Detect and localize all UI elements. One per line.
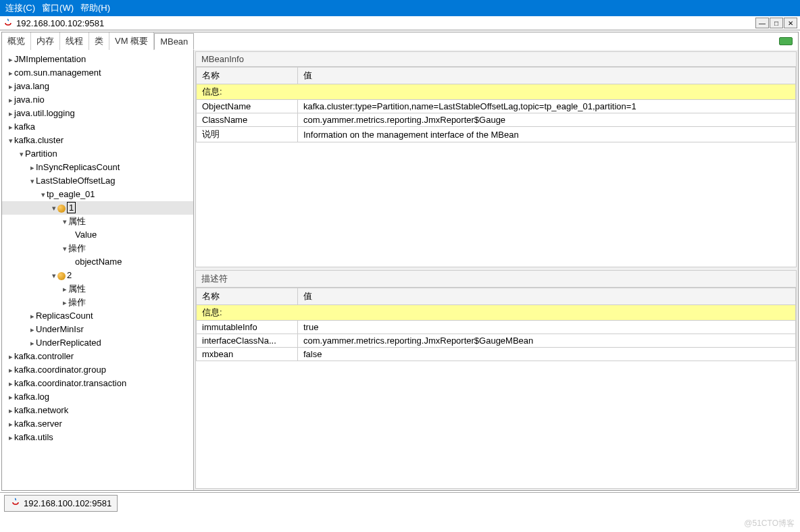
menu-connect[interactable]: 连接(C) [5,2,35,14]
tree-item[interactable]: ▸kafka.network [2,404,193,417]
connection-status-icon [779,37,793,45]
table-row[interactable]: immutableInfotrue [197,321,796,334]
mbeaninfo-panel: MBeanInfo 名称值 信息: ObjectNamekafka.cluste… [195,51,797,267]
descriptor-title: 描述符 [196,271,796,288]
tree-item[interactable]: ▸InSyncReplicasCount [2,161,193,174]
main-split: ▸JMImplementation ▸com.sun.management ▸j… [2,50,798,490]
tree-item[interactable]: ▸java.nio [2,93,193,107]
col-name[interactable]: 名称 [197,68,298,84]
menu-bar: 连接(C) 窗口(W) 帮助(H) [0,0,800,16]
table-row[interactable]: interfaceClassNa...com.yammer.metrics.re… [197,334,796,348]
tree-item[interactable]: ▸java.util.logging [2,107,193,120]
tree-item[interactable]: ▸kafka.server [2,417,193,431]
mbeaninfo-title: MBeanInfo [196,52,796,67]
table-row[interactable]: ObjectNamekafka.cluster:type=Partition,n… [197,100,796,113]
menu-help[interactable]: 帮助(H) [80,2,110,14]
tree-item[interactable]: ▸java.lang [2,80,193,93]
tree-item[interactable]: Value [2,228,193,242]
descriptor-panel: 描述符 名称值 信息: immutableInfotrue interfaceC… [195,270,797,489]
tab-classes[interactable]: 类 [89,32,109,50]
table-row[interactable]: ClassNamecom.yammer.metrics.reporting.Jm… [197,113,796,127]
maximize-button[interactable]: □ [770,18,783,28]
tab-row: 概览 内存 线程 类 VM 概要 MBean [2,32,798,50]
menu-window[interactable]: 窗口(W) [42,2,74,14]
watermark: @51CTO博客 [744,518,795,529]
status-tab[interactable]: 192.168.100.102:9581 [4,495,118,512]
content-area: 概览 内存 线程 类 VM 概要 MBean ▸JMImplementation… [1,32,799,491]
tree-item[interactable]: ▸kafka.coordinator.transaction [2,377,193,390]
descriptor-table: 名称值 信息: immutableInfotrue interfaceClass… [196,288,796,361]
minimize-button[interactable]: — [755,18,769,28]
tree-item[interactable]: ▸操作 [2,296,193,309]
tab-mbean[interactable]: MBean [154,33,194,50]
tree-item[interactable]: ▾2 [2,269,193,282]
tree-item[interactable]: ▸kafka.controller [2,350,193,363]
right-panel: MBeanInfo 名称值 信息: ObjectNamekafka.cluste… [194,50,798,490]
tree-item[interactable]: objectName [2,255,193,269]
close-button[interactable]: ✕ [784,18,797,28]
tab-memory[interactable]: 内存 [31,32,60,50]
tree-item[interactable]: ▸kafka.utils [2,431,193,444]
tree-item[interactable]: ▸UnderReplicated [2,336,193,350]
status-text: 192.168.100.102:9581 [24,498,111,508]
col-name[interactable]: 名称 [197,288,298,305]
mbeaninfo-table: 名称值 信息: ObjectNamekafka.cluster:type=Par… [196,67,796,142]
tree-item[interactable]: ▾属性 [2,215,193,228]
tree-item[interactable]: ▾Partition [2,147,193,161]
tree-item[interactable]: ▾tp_eagle_01 [2,188,193,201]
table-row[interactable]: 说明Information on the management interfac… [197,127,796,142]
title-bar: 192.168.100.102:9581 — □ ✕ [0,16,800,30]
tree-item[interactable]: ▸kafka.log [2,390,193,404]
tab-overview[interactable]: 概览 [2,32,31,50]
status-bar: 192.168.100.102:9581 [0,492,800,514]
java-icon [3,18,14,28]
tab-threads[interactable]: 线程 [60,32,89,50]
tree-item[interactable]: ▸com.sun.management [2,66,193,80]
window-title: 192.168.100.102:9581 [16,18,755,28]
section-header: 信息: [197,84,796,100]
mbean-tree[interactable]: ▸JMImplementation ▸com.sun.management ▸j… [2,50,194,490]
tree-item[interactable]: ▸UnderMinIsr [2,323,193,336]
bean-icon [57,272,66,280]
table-row[interactable]: mxbeanfalse [197,348,796,361]
tree-item[interactable]: ▸JMImplementation [2,53,193,66]
tree-item-selected[interactable]: ▾1 [2,201,193,215]
bean-icon [57,205,66,213]
col-value[interactable]: 值 [298,288,796,305]
java-icon [10,497,21,510]
tree-item[interactable]: ▾操作 [2,242,193,255]
tree-item[interactable]: ▸kafka.coordinator.group [2,363,193,377]
tree-item[interactable]: ▸kafka [2,120,193,134]
tree-item[interactable]: ▸属性 [2,282,193,296]
section-header: 信息: [197,305,796,321]
tab-vm-summary[interactable]: VM 概要 [109,32,154,50]
tree-item[interactable]: ▾kafka.cluster [2,134,193,147]
tree-item[interactable]: ▸ReplicasCount [2,309,193,323]
col-value[interactable]: 值 [298,68,796,84]
tree-item[interactable]: ▾LastStableOffsetLag [2,174,193,188]
